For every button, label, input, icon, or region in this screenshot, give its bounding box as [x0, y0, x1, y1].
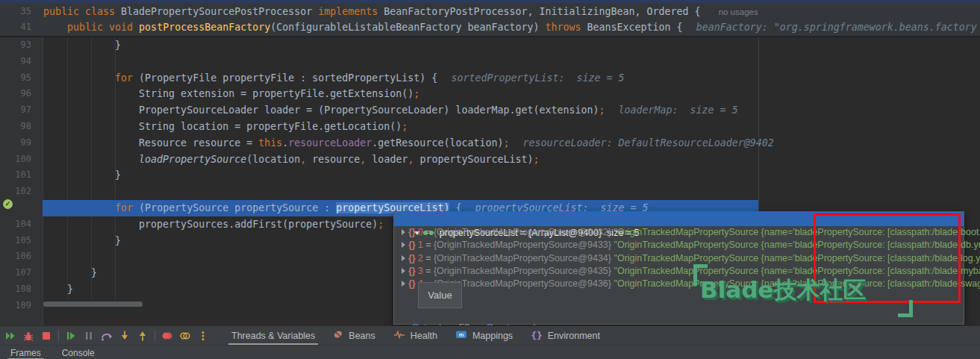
line-number: 106	[0, 249, 31, 265]
view-breakpoints-icon[interactable]	[158, 327, 176, 345]
code-line[interactable]: 99 Resource resource = this.resourceLoad…	[0, 135, 980, 152]
code-line[interactable]: 95 for (PropertyFile propertyFile : sort…	[0, 70, 980, 87]
debug-action-icons	[1, 327, 212, 345]
rerun-icon[interactable]	[1, 327, 19, 345]
chevron-right-icon[interactable]	[402, 255, 405, 261]
code-line[interactable]: 97 PropertySourceLoader loader = (Proper…	[0, 102, 980, 119]
row-index: 0	[418, 227, 423, 237]
code-line[interactable]: 93 }	[0, 37, 980, 54]
code-text: }	[43, 167, 121, 184]
watermark-text: Blade技术社区	[700, 275, 866, 306]
tab-label: Beans	[349, 331, 375, 341]
code-text: for (PropertyFile propertyFile : sortedP…	[43, 70, 625, 87]
code-text: public class BladePropertySourcePostProc…	[43, 4, 758, 21]
object-reference: {OriginTrackedMapPropertySource@9434}	[434, 253, 614, 263]
code-text: }	[43, 233, 121, 249]
stop-icon[interactable]	[37, 327, 55, 345]
debug-toolbar: Threads & VariablesBeansHealthmMappings{…	[0, 325, 980, 345]
row-index: 3	[418, 266, 423, 276]
object-reference: {OriginTrackedMapPropertySource@9432}	[434, 227, 614, 237]
line-number: 104	[0, 216, 31, 233]
tab-label: Environment	[548, 331, 600, 341]
tab-console[interactable]: Console	[52, 346, 105, 359]
tab-beans[interactable]: Beans	[324, 326, 384, 345]
line-number: 109	[0, 298, 31, 314]
ide-debug-window: 35public class BladePropertySourcePostPr…	[0, 0, 980, 359]
bug-icon[interactable]	[19, 327, 37, 345]
chevron-right-icon[interactable]	[402, 229, 405, 235]
tab-environment[interactable]: {}Environment	[522, 326, 609, 345]
value-tooltip-label: Value	[428, 290, 452, 301]
tab-label: Health	[411, 331, 437, 341]
step-into-icon[interactable]	[116, 327, 134, 345]
equals: =	[423, 266, 434, 276]
tab-mappings[interactable]: mMappings	[446, 326, 522, 345]
step-over-icon[interactable]	[98, 327, 116, 345]
environment-icon: {}	[531, 330, 543, 341]
inline-debugger-hint: loaderMap: size = 5	[619, 104, 738, 116]
line-number: 94	[0, 54, 31, 70]
code-line[interactable]: 94	[0, 54, 980, 70]
chevron-right-icon[interactable]	[402, 268, 405, 274]
toolbar-separator	[155, 330, 155, 341]
pause-icon[interactable]	[80, 327, 98, 345]
sticky-context-lines: 35public class BladePropertySourcePostPr…	[0, 3, 980, 37]
line-number: 97	[0, 102, 31, 119]
tab-threads-variables[interactable]: Threads & Variables	[222, 326, 324, 345]
horizontal-scrollbar[interactable]	[43, 302, 143, 307]
line-number: 102	[0, 184, 31, 200]
inline-debugger-hint: sortedPropertyList: size = 5	[451, 72, 624, 84]
debug-view-tabs: Threads & VariablesBeansHealthmMappings{…	[222, 326, 609, 345]
debug-bottom-tabs: FramesConsole	[0, 345, 980, 359]
code-line[interactable]: 98 String location = propertyFile.getLoc…	[0, 119, 980, 135]
map-icon: {}	[408, 240, 416, 250]
code-text: }	[43, 37, 121, 54]
line-number: 107	[0, 265, 31, 281]
step-out-icon[interactable]	[134, 327, 152, 345]
code-line[interactable]: 100 loadPropertySource(location, resourc…	[0, 152, 980, 168]
execution-point-icon[interactable]: ✓	[3, 199, 13, 209]
code-text: String location = propertyFile.getLocati…	[43, 119, 408, 135]
code-line[interactable]: 35public class BladePropertySourcePostPr…	[0, 4, 980, 20]
value-tooltip: Value	[418, 282, 462, 308]
chevron-right-icon[interactable]	[402, 242, 405, 248]
code-line[interactable]: 102	[0, 184, 980, 200]
code-line[interactable]: 96 String extension = propertyFile.getEx…	[0, 86, 980, 102]
inline-debugger-hint: resourceLoader: DefaultResourceLoader@94…	[522, 137, 773, 149]
line-number: 100	[0, 152, 31, 168]
mute-breakpoints-icon[interactable]	[176, 327, 194, 345]
inline-debugger-hint: no usages	[719, 7, 758, 16]
map-icon: {}	[408, 253, 416, 263]
line-number: 93	[0, 37, 31, 54]
code-text: String extension = propertyFile.getExten…	[43, 86, 419, 102]
toolbar-separator	[58, 330, 59, 341]
watermark-bracket-bottom-right	[898, 300, 913, 317]
tab-label: Frames	[10, 348, 41, 358]
code-text: }	[43, 265, 97, 281]
line-number: 101	[0, 167, 31, 184]
code-line[interactable]: 41 public void postProcessBeanFactory(Co…	[0, 19, 980, 36]
tab-frames[interactable]: Frames	[0, 346, 52, 359]
more-icon[interactable]	[194, 327, 212, 345]
bean-icon	[333, 329, 343, 342]
tab-label: Console	[62, 348, 95, 358]
code-text: }	[43, 281, 73, 298]
row-index: 2	[418, 253, 423, 263]
line-number: 99	[0, 135, 31, 152]
mappings-icon: m	[455, 329, 467, 342]
line-number: 105	[0, 233, 31, 249]
line-number: 95	[0, 70, 31, 87]
line-number: 35	[0, 4, 31, 20]
code-line[interactable]: 101 }	[0, 167, 980, 184]
row-index: 1	[418, 240, 423, 250]
object-reference: {OriginTrackedMapPropertySource@9433}	[434, 240, 614, 250]
code-text: public void postProcessBeanFactory(Confi…	[43, 19, 977, 36]
tab-health[interactable]: Health	[384, 326, 446, 345]
chevron-right-icon[interactable]	[402, 281, 405, 287]
equals: =	[423, 253, 434, 263]
map-icon: {}	[408, 227, 416, 237]
line-number: 98	[0, 119, 31, 135]
map-icon: {}	[408, 278, 416, 289]
code-text: PropertySourceLoader loader = (PropertyS…	[43, 102, 738, 119]
resume-icon[interactable]	[62, 327, 80, 345]
